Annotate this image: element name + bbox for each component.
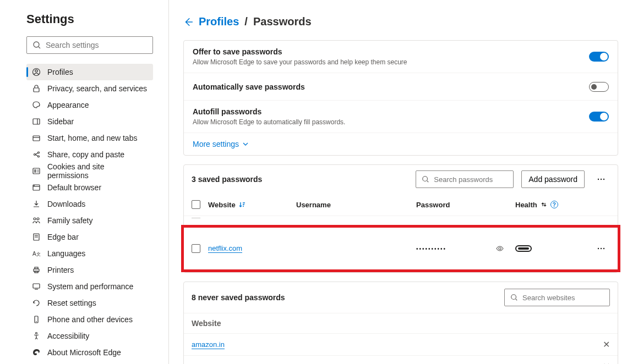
lock-icon	[32, 84, 41, 93]
nav-item-privacy[interactable]: Privacy, search, and services	[26, 80, 153, 97]
ellipsis-icon	[597, 175, 606, 184]
search-passwords-box[interactable]	[416, 170, 514, 188]
svg-point-45	[603, 248, 604, 249]
nav-item-phone[interactable]: Phone and other devices	[26, 311, 153, 328]
autofill-toggle[interactable]	[589, 112, 609, 122]
search-websites-box[interactable]	[504, 289, 610, 306]
never-row-amazon: amazon.in ✕	[184, 334, 618, 356]
search-icon	[510, 294, 518, 301]
appearance-icon	[32, 101, 41, 109]
nav-item-reset[interactable]: Reset settings	[26, 295, 153, 311]
nav-item-cookies[interactable]: Cookies and site permissions	[26, 163, 153, 179]
sort-icon	[239, 201, 246, 208]
highlighted-row-border: netflix.com ••••••••••	[181, 225, 620, 272]
nav-item-accessibility[interactable]: Accessibility	[26, 328, 153, 344]
add-password-button[interactable]: Add password	[521, 170, 585, 188]
nav-label: Profiles	[47, 68, 73, 76]
svg-rect-30	[35, 267, 38, 269]
nav-label: Accessibility	[47, 332, 89, 340]
more-settings-link[interactable]: More settings	[193, 140, 249, 148]
reset-icon	[32, 299, 41, 307]
never-site-link[interactable]: coschedule.com	[192, 362, 243, 365]
password-columns-header: Website Username Password Health ?	[184, 194, 618, 216]
svg-point-10	[38, 152, 40, 153]
nav-item-appearance[interactable]: Appearance	[26, 97, 153, 113]
remove-never-button[interactable]: ✕	[603, 361, 610, 364]
svg-point-9	[34, 154, 36, 156]
nav-label: Default browser	[47, 183, 101, 192]
svg-point-42	[499, 247, 501, 250]
autofill-title: Autofill passwords	[193, 107, 589, 116]
nav-label: Reset settings	[47, 299, 96, 307]
ellipsis-icon	[597, 244, 606, 253]
select-all-checkbox[interactable]	[192, 200, 200, 209]
nav-item-sidebar[interactable]: Sidebar	[26, 113, 153, 130]
never-row-coschedule: coschedule.com ✕	[184, 356, 618, 364]
nav-item-about[interactable]: About Microsoft Edge	[26, 344, 153, 361]
remove-never-button[interactable]: ✕	[603, 339, 610, 350]
nav-item-start[interactable]: Start, home, and new tabs	[26, 130, 153, 146]
nav-label: Sidebar	[47, 117, 74, 126]
nav-label: System and performance	[47, 282, 133, 291]
health-strong-icon	[515, 245, 532, 252]
col-website[interactable]: Website	[208, 201, 291, 209]
nav-item-share[interactable]: Share, copy and paste	[26, 146, 153, 163]
cookies-icon	[32, 167, 41, 175]
website-link[interactable]: netflix.com	[208, 244, 242, 253]
never-site-link[interactable]: amazon.in	[192, 340, 225, 349]
system-icon	[32, 282, 41, 291]
offer-save-sub: Allow Microsoft Edge to save your passwo…	[193, 58, 589, 66]
partial-row-cutoff	[184, 216, 618, 225]
svg-rect-5	[33, 119, 40, 124]
search-settings-box[interactable]	[26, 36, 153, 54]
col-username[interactable]: Username	[296, 201, 411, 209]
col-health[interactable]: Health ?	[515, 201, 587, 209]
auto-save-title: Automatically save passwords	[193, 82, 589, 91]
col-password[interactable]: Password	[416, 201, 510, 209]
back-arrow-icon[interactable]	[183, 17, 193, 27]
info-icon[interactable]: ?	[550, 201, 558, 208]
sort-arrows-icon	[541, 201, 547, 208]
breadcrumb-parent[interactable]: Profiles	[199, 15, 239, 28]
svg-point-40	[601, 179, 602, 180]
svg-point-41	[603, 179, 604, 180]
more-actions-button[interactable]	[592, 170, 610, 188]
row-checkbox[interactable]	[192, 244, 200, 253]
breadcrumb-sep: /	[244, 15, 248, 28]
sidebar-icon	[32, 117, 41, 126]
svg-text:A: A	[32, 251, 36, 257]
saved-passwords-title: 3 saved passwords	[192, 175, 410, 184]
nav-item-system[interactable]: System and performance	[26, 278, 153, 295]
auto-save-toggle[interactable]	[589, 82, 609, 92]
offer-save-row: Offer to save passwords Allow Microsoft …	[184, 41, 618, 73]
search-icon	[32, 41, 41, 49]
nav-item-profiles[interactable]: Profiles	[26, 64, 153, 80]
svg-text:文: 文	[36, 252, 41, 257]
more-settings-row: More settings	[184, 133, 618, 155]
nav-item-printers[interactable]: Printers	[26, 262, 153, 278]
accessibility-icon	[32, 332, 41, 340]
edge-icon	[32, 348, 41, 357]
row-more-button[interactable]	[592, 240, 610, 257]
svg-point-36	[36, 333, 37, 334]
nav-item-family[interactable]: Family safety	[26, 212, 153, 229]
tab-icon	[32, 134, 41, 142]
search-settings-input[interactable]	[46, 41, 147, 49]
family-icon	[32, 216, 41, 225]
svg-point-3	[35, 70, 37, 72]
nav-label: Privacy, search, and services	[47, 84, 147, 93]
nav-label: About Microsoft Edge	[47, 348, 121, 357]
offer-save-toggle[interactable]	[589, 52, 609, 62]
svg-point-11	[38, 156, 40, 157]
nav-item-downloads[interactable]: Downloads	[26, 196, 153, 212]
settings-title: Settings	[26, 12, 153, 26]
reveal-password-icon[interactable]	[495, 244, 504, 253]
search-passwords-input[interactable]	[434, 175, 526, 184]
nav-item-languages[interactable]: A文 Languages	[26, 245, 153, 262]
nav-item-edgebar[interactable]: Edge bar	[26, 229, 153, 245]
main-content: Profiles / Passwords Offer to save passw…	[169, 0, 638, 364]
nav-item-default-browser[interactable]: Default browser	[26, 179, 153, 196]
password-row-netflix[interactable]: netflix.com ••••••••••	[184, 228, 618, 269]
search-websites-input[interactable]	[522, 294, 615, 302]
nav-label: Phone and other devices	[47, 315, 133, 324]
